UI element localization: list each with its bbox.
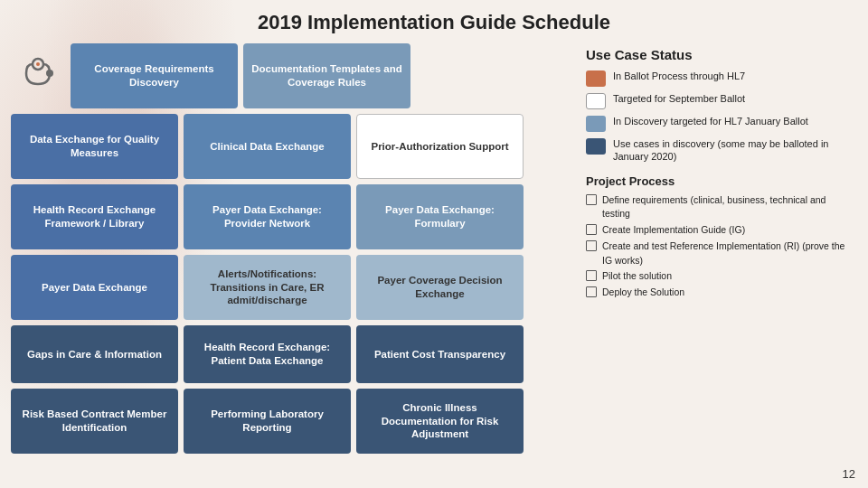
cell-health-record-exchange-fw: Health Record Exchange Framework / Libra… xyxy=(11,184,178,249)
cell-health-record-patient: Health Record Exchange: Patient Data Exc… xyxy=(184,325,351,383)
cell-prior-auth: Prior-Authorization Support xyxy=(356,114,524,179)
legend-box-dark-blue xyxy=(586,138,606,155)
checkbox-icon-3 xyxy=(586,240,597,251)
cell-payer-data-exchange-pn: Payer Data Exchange: Provider Network xyxy=(184,184,351,249)
process-label-2: Create Implementation Guide (IG) xyxy=(602,223,745,238)
grid-row-2: Health Record Exchange Framework / Libra… xyxy=(11,184,571,249)
checkbox-icon-2 xyxy=(586,224,597,235)
page-container: 2019 Implementation Guide Schedule Cover… xyxy=(0,0,868,488)
process-item-4: Pilot the solution xyxy=(586,269,852,284)
cell-data-exchange-quality: Data Exchange for Quality Measures xyxy=(11,114,178,179)
legend-label-dark-blue: Use cases in discovery (some may be ball… xyxy=(613,137,852,164)
legend-item-light-blue: In Discovery targeted for HL7 January Ba… xyxy=(586,115,852,132)
stethoscope-icon xyxy=(19,57,57,95)
legend-label-orange: In Ballot Process through HL7 xyxy=(613,70,745,82)
legend-box-light-blue xyxy=(586,116,606,132)
process-item-2: Create Implementation Guide (IG) xyxy=(586,223,852,238)
checkbox-icon-1 xyxy=(586,194,597,205)
main-layout: Coverage Requirements Discovery Document… xyxy=(11,43,857,486)
checkbox-icon-5 xyxy=(586,286,597,297)
legend-item-white: Targeted for September Ballot xyxy=(586,92,852,109)
page-number: 12 xyxy=(843,467,855,481)
cell-documentation-templates: Documentation Templates and Coverage Rul… xyxy=(243,43,410,108)
process-item-1: Define requirements (clinical, business,… xyxy=(586,193,852,222)
use-case-status-title: Use Case Status xyxy=(586,47,852,62)
grid-row-4: Gaps in Care & Information Health Record… xyxy=(11,325,571,383)
cell-performing-lab: Performing Laboratory Reporting xyxy=(184,389,351,454)
process-label-5: Deploy the Solution xyxy=(602,286,684,300)
right-panel: Use Case Status In Ballot Process throug… xyxy=(580,43,857,486)
cell-coverage-requirements: Coverage Requirements Discovery xyxy=(71,43,238,108)
process-item-5: Deploy the Solution xyxy=(586,286,852,300)
grid-row-3: Payer Data Exchange Alerts/Notifications… xyxy=(11,255,571,320)
cell-chronic-illness: Chronic Illness Documentation for Risk A… xyxy=(356,389,524,454)
cell-risk-based-contract: Risk Based Contract Member Identificatio… xyxy=(11,389,178,454)
svg-point-1 xyxy=(46,70,53,77)
cell-patient-cost: Patient Cost Transparency xyxy=(356,325,524,383)
svg-point-2 xyxy=(36,62,40,66)
cell-payer-data-exchange-formulary: Payer Data Exchange: Formulary xyxy=(356,184,524,249)
process-label-3: Create and test Reference Implementation… xyxy=(602,239,852,268)
cell-payer-coverage-decision: Payer Coverage Decision Exchange xyxy=(356,255,524,320)
grid-row-1: Data Exchange for Quality Measures Clini… xyxy=(11,114,571,179)
cell-gaps-care: Gaps in Care & Information xyxy=(11,325,178,383)
project-process-title: Project Process xyxy=(586,174,852,188)
legend-item-orange: In Ballot Process through HL7 xyxy=(586,70,852,87)
page-title: 2019 Implementation Guide Schedule xyxy=(11,9,857,34)
process-item-3: Create and test Reference Implementation… xyxy=(586,239,852,268)
cell-clinical-data-exchange: Clinical Data Exchange xyxy=(184,114,351,179)
grid-row-5: Risk Based Contract Member Identificatio… xyxy=(11,389,571,454)
checkbox-icon-4 xyxy=(586,270,597,281)
legend-item-dark-blue: Use cases in discovery (some may be ball… xyxy=(586,137,852,164)
legend-box-white xyxy=(586,93,606,109)
legend-label-white: Targeted for September Ballot xyxy=(613,92,745,105)
process-label-4: Pilot the solution xyxy=(602,269,672,284)
left-grid: Coverage Requirements Discovery Document… xyxy=(11,43,571,486)
process-label-1: Define requirements (clinical, business,… xyxy=(602,193,852,222)
legend-box-orange xyxy=(586,70,606,87)
cell-payer-data-exchange: Payer Data Exchange xyxy=(11,255,178,320)
cell-alerts-notifications: Alerts/Notifications: Transitions in Car… xyxy=(184,255,351,320)
legend-label-light-blue: In Discovery targeted for HL7 January Ba… xyxy=(613,115,808,127)
process-list: Define requirements (clinical, business,… xyxy=(586,193,852,300)
